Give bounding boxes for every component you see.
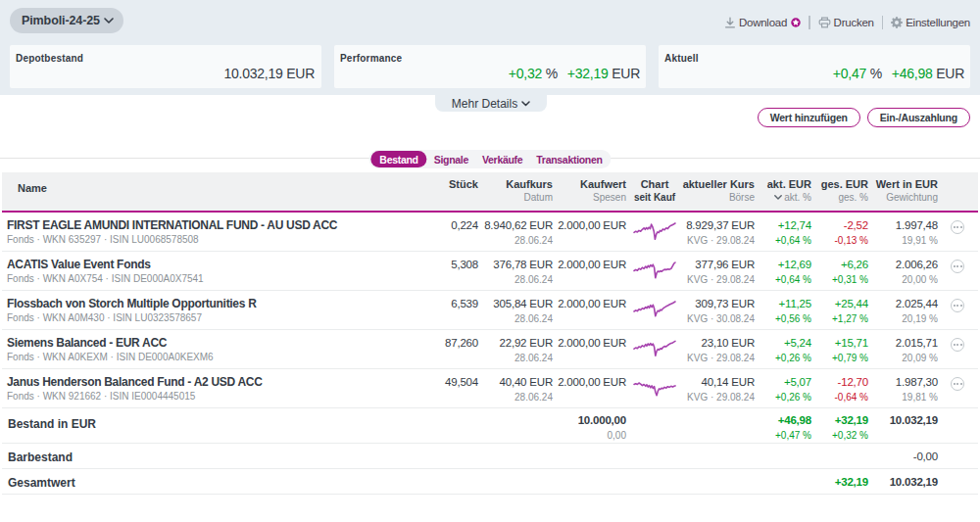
fund-id-line: Fonds · WKN A0X754 · ISIN DE000A0X7541 (7, 272, 204, 286)
footer-akt-eur: +46,98+0,47 % (775, 413, 811, 443)
summary-cards: Depotbestand 10.032,19 EUR Performance +… (10, 45, 970, 88)
ges-pct-value: +1,27 % (832, 311, 868, 326)
card-depotbestand-label: Depotbestand (16, 53, 83, 64)
fund-name[interactable]: ACATIS Value Event Fonds (7, 258, 204, 272)
dot-icon (954, 265, 956, 267)
col-header-akt-eur[interactable]: akt. EURakt. % (767, 178, 811, 204)
boerse-value: KVG · 29.08.24 (686, 233, 755, 248)
fund-name[interactable]: Flossbach von Storch Multiple Opportunit… (7, 297, 257, 311)
ges-pct-value: +0,31 % (832, 272, 868, 287)
print-label: Drucken (834, 17, 874, 28)
card-performance: Performance +0,32 % +32,19 EUR (334, 45, 646, 88)
row-menu-button[interactable] (951, 338, 964, 352)
download-button[interactable]: Download (724, 17, 801, 28)
col-header-ges-label: ges. EUR (821, 178, 868, 191)
aktueller-kurs-cell: 377,96 EURKVG · 29.08.24 (687, 258, 755, 287)
col-header-stueck[interactable]: Stück (449, 178, 478, 191)
footer-barbestand-wert: -0,00 (913, 450, 938, 464)
tab-bestand[interactable]: Bestand (370, 151, 426, 167)
dot-icon (960, 305, 962, 307)
fund-id-line: Fonds · WKN A0M430 · ISIN LU0323578657 (7, 311, 257, 325)
aktueller-kurs-cell: 23,10 EURKVG · 29.08.24 (687, 336, 755, 365)
akt-eur-value: +5,07 (775, 375, 811, 390)
ges-pct-value: +0,79 % (832, 351, 868, 365)
tabs: Bestand Signale Verkäufe Transaktionen (368, 150, 611, 168)
akt-eur-cell: +5,07+0,26 % (775, 375, 811, 404)
akt-eur-value: +12,74 (775, 218, 811, 233)
akt-pct-value: +0,64 % (775, 233, 811, 248)
tab-verkaeufe[interactable]: Verkäufe (475, 150, 529, 168)
fund-name[interactable]: FIRST EAGLE AMUNDI INTERNATIONAL FUND - … (7, 218, 337, 233)
akt-eur-value: +11,25 (775, 297, 811, 311)
stueck-value: 49,504 (445, 375, 478, 390)
boerse-value: KVG · 29.08.24 (687, 390, 755, 404)
fund-name[interactable]: Janus Henderson Balanced Fund - A2 USD A… (7, 375, 263, 390)
table-row: Janus Henderson Balanced Fund - A2 USD A… (2, 369, 978, 408)
aktueller-kurs-cell: 40,14 EURKVG · 29.08.24 (687, 375, 755, 404)
footer-akt-pct-value: +0,47 % (775, 428, 811, 443)
kaufkurs-cell: 305,84 EUR28.06.24 (493, 297, 553, 326)
sparkline-icon (634, 377, 675, 397)
col-header-wert[interactable]: Wert in EURGewichtung (876, 178, 938, 204)
row-menu-button[interactable] (951, 377, 964, 391)
ges-eur-cell: -2,52-0,13 % (835, 218, 868, 248)
footer-gesamtwert-ges: +32,19 (835, 475, 868, 490)
wert-value: 1.987,30 (896, 375, 938, 390)
aktuell-amount-unit: EUR (936, 66, 964, 81)
settings-button[interactable]: Einstellungen (891, 17, 970, 28)
fund-name[interactable]: Siemens Balanced - EUR ACC (7, 336, 214, 351)
action-buttons: Wert hinzufügen Ein-/Auszahlung (758, 108, 970, 127)
performance-percent-unit: % (546, 66, 558, 81)
ges-eur-value: -2,52 (835, 218, 868, 233)
col-header-kurs[interactable]: aktueller KursBörse (683, 178, 755, 204)
topbar-actions: Download Drucken Einstellungen (724, 14, 970, 31)
col-header-kaufkurs-label: Kaufkurs (506, 178, 553, 191)
col-header-kurs-sublabel: Börse (683, 191, 755, 204)
col-header-name[interactable]: Name (18, 182, 47, 194)
mehr-details-button[interactable]: Mehr Details (435, 95, 547, 112)
kaufdatum-value: 28.06.24 (493, 311, 553, 326)
akt-eur-value: +12,69 (775, 258, 811, 272)
kaufwert-cell: 2.000,00 EUR (558, 258, 626, 272)
stueck-value: 5,308 (451, 258, 478, 272)
wert-value: 1.997,48 (896, 218, 938, 233)
col-header-kaufwert[interactable]: KaufwertSpesen (580, 178, 626, 204)
print-button[interactable]: Drucken (818, 17, 874, 28)
gear-icon (891, 17, 903, 28)
position-name: Siemens Balanced - EUR ACC Fonds · WKN A… (7, 336, 214, 364)
kaufdatum-value: 28.06.24 (500, 351, 553, 365)
footer-spesen-value: 0,00 (578, 428, 626, 443)
tab-transaktionen[interactable]: Transaktionen (529, 150, 609, 168)
deposit-withdraw-button[interactable]: Ein-/Auszahlung (867, 108, 970, 127)
stueck-cell: 0,224 (451, 218, 478, 233)
add-value-button[interactable]: Wert hinzufügen (758, 108, 860, 127)
kaufwert-value: 2.000,00 EUR (558, 375, 626, 390)
row-menu-button[interactable] (951, 260, 964, 273)
ges-pct-value: -0,13 % (835, 233, 868, 248)
table-body: FIRST EAGLE AMUNDI INTERNATIONAL FUND - … (2, 213, 978, 408)
sparkline-icon (634, 299, 675, 318)
kaufkurs-value: 40,40 EUR (500, 375, 553, 390)
aktuell-percent-unit: % (870, 66, 882, 81)
col-header-stueck-label: Stück (449, 178, 478, 191)
row-menu-button[interactable] (951, 299, 964, 312)
row-menu-button[interactable] (951, 220, 964, 234)
col-header-chart[interactable]: Chartseit Kauf (630, 178, 679, 204)
kurs-value: 377,96 EUR (687, 258, 755, 272)
dot-icon (960, 344, 962, 346)
col-header-kaufwert-label: Kaufwert (580, 178, 626, 191)
col-header-ges-eur[interactable]: ges. EURges. % (821, 178, 868, 204)
card-performance-values: +0,32 % +32,19 EUR (509, 66, 640, 81)
stueck-value: 87,260 (445, 336, 478, 351)
col-header-kaufkurs[interactable]: KaufkursDatum (506, 178, 553, 204)
fund-id-line: Fonds · WKN A0KEXM · ISIN DE000A0KEXM6 (7, 351, 214, 364)
holdings-table: Name Stück KaufkursDatum KaufwertSpesen … (2, 172, 978, 495)
aktueller-kurs-cell: 309,73 EURKVG · 30.08.24 (687, 297, 755, 326)
dot-icon (956, 226, 958, 228)
portfolio-selector[interactable]: Pimboli-24-25 (10, 8, 123, 33)
ges-eur-value: +6,26 (832, 258, 868, 272)
tab-signale[interactable]: Signale (427, 150, 475, 168)
dot-icon (960, 226, 962, 228)
settings-label: Einstellungen (906, 17, 970, 28)
aktuell-percent: +0,47 (833, 66, 866, 81)
